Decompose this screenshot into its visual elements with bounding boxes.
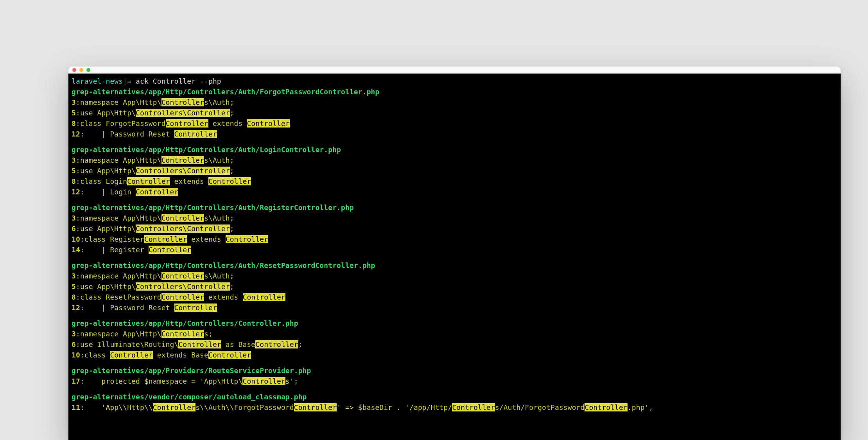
code-text: class Register — [84, 235, 144, 243]
prompt-line: laravel-news|⇒ ack Controller --php — [72, 76, 838, 86]
line-number-colon: : — [80, 304, 84, 312]
line-number: 10 — [72, 235, 80, 243]
match-continuation: s\ — [178, 167, 187, 175]
result-line: 3:namespace App\Http\Controllers\Auth; — [72, 97, 838, 108]
match-continuation: s\ — [178, 282, 187, 291]
code-text: extends Base — [153, 351, 208, 359]
code-text: namespace App\Http\ — [80, 156, 161, 164]
line-number-colon: : — [80, 188, 84, 196]
line-number: 11 — [72, 403, 80, 411]
code-text: s\Auth; — [204, 214, 234, 222]
line-number: 5 — [72, 109, 76, 117]
line-number-colon: : — [76, 167, 80, 175]
match-highlight: Controller — [174, 130, 217, 138]
line-number-colon: : — [76, 156, 80, 164]
line-number-colon: : — [76, 214, 80, 222]
prompt-arrow-icon: ⇒ — [127, 77, 136, 85]
code-text: class Login — [80, 177, 127, 185]
result-file-path: grep-alternatives/app/Providers/RouteSer… — [72, 365, 838, 376]
code-text: ; — [230, 282, 234, 291]
line-number-colon: : — [76, 109, 80, 117]
result-line: 10:class RegisterController extends Cont… — [72, 234, 838, 244]
result-line: 3:namespace App\Http\Controllers; — [72, 329, 838, 339]
line-number: 6 — [72, 224, 76, 233]
code-text: namespace App\Http\ — [80, 98, 161, 106]
line-number: 6 — [72, 340, 76, 348]
line-number: 3 — [72, 330, 76, 338]
result-file-path: grep-alternatives/app/Http/Controllers/A… — [72, 86, 838, 97]
terminal-output[interactable]: laravel-news|⇒ ack Controller --phpgrep-… — [68, 74, 841, 440]
line-number: 8 — [72, 119, 76, 128]
match-highlight: Controller — [178, 340, 221, 348]
match-continuation: s\ — [178, 224, 187, 233]
code-text: extends — [208, 119, 247, 128]
line-number-colon: : — [80, 246, 84, 254]
code-text: class — [84, 351, 110, 359]
result-line: 12: | Login Controller — [72, 187, 838, 197]
match-highlight: Controller — [187, 282, 230, 291]
match-highlight: Controller — [585, 403, 627, 411]
match-highlight: Controller — [136, 167, 178, 175]
match-highlight: Controller — [161, 272, 204, 280]
line-number: 12 — [72, 130, 80, 138]
result-file-path: grep-alternatives/app/Http/Controllers/C… — [72, 318, 838, 329]
line-number-colon: : — [76, 224, 80, 233]
code-text: protected $namespace = 'App\Http\ — [84, 377, 243, 385]
line-number: 12 — [72, 304, 80, 312]
match-highlight: Controller — [110, 351, 152, 359]
match-highlight: Controller — [243, 293, 285, 301]
line-number-colon: : — [76, 330, 80, 338]
result-line: 11: 'App\\Http\\Controllers\\Auth\\Forgo… — [72, 402, 838, 413]
zoom-icon[interactable] — [86, 68, 90, 72]
match-highlight: Controller — [187, 109, 230, 117]
match-continuation: s\ — [178, 109, 187, 117]
line-number-colon: : — [80, 235, 84, 243]
result-line: 5:use App\Http\Controllers\Controller; — [72, 281, 838, 292]
terminal-window: laravel-news|⇒ ack Controller --phpgrep-… — [68, 66, 841, 440]
minimize-icon[interactable] — [79, 68, 83, 72]
code-text: ; — [230, 224, 234, 233]
code-text: extends — [187, 235, 225, 243]
result-line: 6:use App\Http\Controllers\Controller; — [72, 223, 838, 234]
line-number-colon: : — [80, 130, 84, 138]
result-line: 8:class ForgotPasswordController extends… — [72, 118, 838, 129]
code-text: namespace App\Http\ — [80, 272, 161, 280]
result-line: 17: protected $namespace = 'App\Http\Con… — [72, 376, 838, 386]
window-titlebar — [68, 66, 841, 74]
code-text: namespace App\Http\ — [80, 214, 161, 222]
code-text: | Password Reset — [84, 130, 174, 138]
close-icon[interactable] — [72, 68, 76, 72]
code-text: ; — [230, 109, 234, 117]
code-text: class ResetPassword — [80, 293, 161, 301]
match-highlight: Controller — [208, 351, 251, 359]
line-number: 3 — [72, 214, 76, 222]
code-text: use App\Http\ — [80, 109, 136, 117]
match-highlight: Controller — [174, 304, 217, 312]
code-text: ; — [298, 340, 303, 348]
result-file-path: grep-alternatives/app/Http/Controllers/A… — [72, 144, 838, 155]
line-number-colon: : — [76, 119, 80, 128]
line-number: 3 — [72, 156, 76, 164]
match-highlight: Controller — [452, 403, 495, 411]
match-highlight: Controller — [208, 177, 251, 185]
line-number: 5 — [72, 167, 76, 175]
match-highlight: Controller — [136, 282, 178, 291]
code-text: s/Auth/ForgotPassword — [495, 403, 585, 411]
code-text: s; — [204, 330, 213, 338]
line-number: 8 — [72, 177, 76, 185]
code-text: | Register — [84, 246, 149, 254]
result-line: 3:namespace App\Http\Controllers\Auth; — [72, 155, 838, 165]
result-file-path: grep-alternatives/app/Http/Controllers/A… — [72, 260, 838, 271]
match-highlight: Controller — [187, 224, 230, 233]
line-number: 10 — [72, 351, 80, 359]
result-file-path: grep-alternatives/vendor/composer/autolo… — [72, 392, 838, 402]
line-number-colon: : — [80, 403, 84, 411]
result-file-path: grep-alternatives/app/Http/Controllers/A… — [72, 202, 838, 213]
match-highlight: Controller — [161, 293, 204, 301]
code-text: use Illuminate\Routing\ — [80, 340, 179, 348]
match-highlight: Controller — [153, 403, 195, 411]
match-highlight: Controller — [166, 119, 208, 128]
code-text: extends — [170, 177, 208, 185]
match-highlight: Controller — [136, 109, 178, 117]
prompt-host: laravel-news — [72, 77, 123, 85]
